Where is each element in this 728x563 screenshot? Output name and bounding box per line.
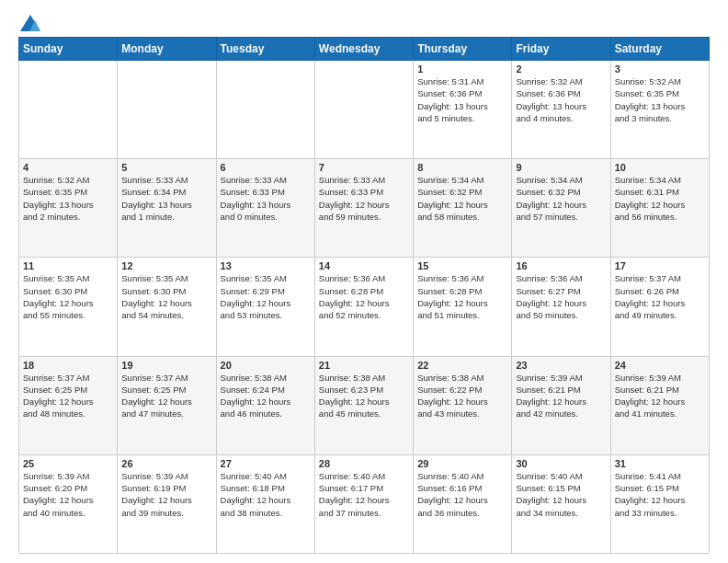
calendar-cell: 6Sunrise: 5:33 AM Sunset: 6:33 PM Daylig… [216,159,314,258]
calendar-cell: 28Sunrise: 5:40 AM Sunset: 6:17 PM Dayli… [314,454,413,553]
day-info: Sunrise: 5:37 AM Sunset: 6:26 PM Dayligh… [615,272,705,321]
calendar-week-5: 25Sunrise: 5:39 AM Sunset: 6:20 PM Dayli… [19,454,710,553]
calendar-cell: 8Sunrise: 5:34 AM Sunset: 6:32 PM Daylig… [414,159,512,258]
calendar-header-saturday: Saturday [610,38,709,61]
calendar-cell: 25Sunrise: 5:39 AM Sunset: 6:20 PM Dayli… [19,454,118,553]
day-number: 16 [516,260,606,271]
calendar-cell: 14Sunrise: 5:36 AM Sunset: 6:28 PM Dayli… [314,258,413,356]
calendar-week-2: 4Sunrise: 5:32 AM Sunset: 6:35 PM Daylig… [19,159,710,258]
calendar-body: 1Sunrise: 5:31 AM Sunset: 6:36 PM Daylig… [19,61,710,554]
day-info: Sunrise: 5:36 AM Sunset: 6:28 PM Dayligh… [319,272,409,321]
calendar-cell: 19Sunrise: 5:37 AM Sunset: 6:25 PM Dayli… [118,356,216,454]
calendar-cell: 18Sunrise: 5:37 AM Sunset: 6:25 PM Dayli… [19,356,118,454]
calendar-cell [118,61,216,159]
calendar-cell: 16Sunrise: 5:36 AM Sunset: 6:27 PM Dayli… [512,258,610,356]
calendar-header-monday: Monday [118,38,216,61]
day-info: Sunrise: 5:35 AM Sunset: 6:30 PM Dayligh… [121,272,211,321]
day-info: Sunrise: 5:40 AM Sunset: 6:16 PM Dayligh… [417,470,507,519]
day-info: Sunrise: 5:40 AM Sunset: 6:17 PM Dayligh… [319,470,409,519]
day-info: Sunrise: 5:36 AM Sunset: 6:27 PM Dayligh… [516,272,606,321]
calendar-header-tuesday: Tuesday [216,38,314,61]
day-number: 24 [615,360,705,371]
calendar-cell: 26Sunrise: 5:39 AM Sunset: 6:19 PM Dayli… [118,454,216,553]
calendar-header-friday: Friday [512,38,610,61]
calendar-cell: 20Sunrise: 5:38 AM Sunset: 6:24 PM Dayli… [216,356,314,454]
day-info: Sunrise: 5:39 AM Sunset: 6:19 PM Dayligh… [121,470,211,519]
day-info: Sunrise: 5:32 AM Sunset: 6:35 PM Dayligh… [23,174,113,223]
day-number: 9 [516,162,606,173]
day-number: 30 [516,458,606,469]
day-number: 5 [121,162,211,173]
calendar-cell: 21Sunrise: 5:38 AM Sunset: 6:23 PM Dayli… [314,356,413,454]
calendar-cell: 10Sunrise: 5:34 AM Sunset: 6:31 PM Dayli… [610,159,709,258]
day-number: 8 [417,162,507,173]
calendar-week-1: 1Sunrise: 5:31 AM Sunset: 6:36 PM Daylig… [19,61,710,159]
day-number: 21 [319,360,409,371]
logo [18,15,40,28]
day-info: Sunrise: 5:35 AM Sunset: 6:30 PM Dayligh… [23,272,113,321]
day-info: Sunrise: 5:38 AM Sunset: 6:22 PM Dayligh… [417,372,507,420]
calendar-cell: 22Sunrise: 5:38 AM Sunset: 6:22 PM Dayli… [414,356,512,454]
calendar-cell: 17Sunrise: 5:37 AM Sunset: 6:26 PM Dayli… [610,258,709,356]
calendar-cell: 2Sunrise: 5:32 AM Sunset: 6:36 PM Daylig… [512,61,610,159]
day-number: 7 [319,162,409,173]
day-number: 28 [319,458,409,469]
day-number: 25 [23,458,113,469]
calendar-cell: 30Sunrise: 5:40 AM Sunset: 6:15 PM Dayli… [512,454,610,553]
calendar-cell: 5Sunrise: 5:33 AM Sunset: 6:34 PM Daylig… [118,159,216,258]
day-info: Sunrise: 5:32 AM Sunset: 6:35 PM Dayligh… [615,75,705,124]
day-number: 20 [221,360,311,371]
calendar-week-4: 18Sunrise: 5:37 AM Sunset: 6:25 PM Dayli… [19,356,710,454]
day-number: 31 [615,458,705,469]
day-info: Sunrise: 5:39 AM Sunset: 6:21 PM Dayligh… [615,372,705,420]
day-number: 10 [615,162,705,173]
calendar-header-wednesday: Wednesday [314,38,413,61]
calendar-cell: 1Sunrise: 5:31 AM Sunset: 6:36 PM Daylig… [414,61,512,159]
page: SundayMondayTuesdayWednesdayThursdayFrid… [0,0,728,563]
calendar-cell: 15Sunrise: 5:36 AM Sunset: 6:28 PM Dayli… [414,258,512,356]
day-number: 14 [319,260,409,271]
calendar-header-sunday: Sunday [19,38,118,61]
day-number: 29 [417,458,507,469]
day-info: Sunrise: 5:36 AM Sunset: 6:28 PM Dayligh… [417,272,507,321]
day-number: 1 [417,63,507,75]
calendar-cell: 11Sunrise: 5:35 AM Sunset: 6:30 PM Dayli… [19,258,118,356]
day-info: Sunrise: 5:33 AM Sunset: 6:34 PM Dayligh… [121,174,211,223]
day-number: 3 [615,63,705,75]
day-number: 26 [121,458,211,469]
day-info: Sunrise: 5:38 AM Sunset: 6:24 PM Dayligh… [221,372,311,420]
day-info: Sunrise: 5:34 AM Sunset: 6:31 PM Dayligh… [615,174,705,223]
day-number: 19 [121,360,211,371]
day-info: Sunrise: 5:41 AM Sunset: 6:15 PM Dayligh… [615,470,705,519]
day-number: 6 [221,162,311,173]
day-number: 13 [221,260,311,271]
day-info: Sunrise: 5:35 AM Sunset: 6:29 PM Dayligh… [221,272,311,321]
calendar-cell: 23Sunrise: 5:39 AM Sunset: 6:21 PM Dayli… [512,356,610,454]
day-info: Sunrise: 5:37 AM Sunset: 6:25 PM Dayligh… [121,372,211,420]
day-info: Sunrise: 5:39 AM Sunset: 6:20 PM Dayligh… [23,470,113,519]
calendar-cell: 4Sunrise: 5:32 AM Sunset: 6:35 PM Daylig… [19,159,118,258]
day-number: 22 [417,360,507,371]
day-info: Sunrise: 5:31 AM Sunset: 6:36 PM Dayligh… [417,75,507,124]
day-number: 17 [615,260,705,271]
calendar-cell: 7Sunrise: 5:33 AM Sunset: 6:33 PM Daylig… [314,159,413,258]
logo-icon [20,15,40,31]
calendar-cell: 3Sunrise: 5:32 AM Sunset: 6:35 PM Daylig… [610,61,709,159]
day-info: Sunrise: 5:38 AM Sunset: 6:23 PM Dayligh… [319,372,409,420]
day-info: Sunrise: 5:37 AM Sunset: 6:25 PM Dayligh… [23,372,113,420]
calendar-cell [314,61,413,159]
day-number: 18 [23,360,113,371]
calendar: SundayMondayTuesdayWednesdayThursdayFrid… [18,37,710,554]
header [18,15,710,28]
day-info: Sunrise: 5:32 AM Sunset: 6:36 PM Dayligh… [516,75,606,124]
calendar-cell [19,61,118,159]
day-number: 27 [221,458,311,469]
calendar-cell: 9Sunrise: 5:34 AM Sunset: 6:32 PM Daylig… [512,159,610,258]
calendar-cell: 24Sunrise: 5:39 AM Sunset: 6:21 PM Dayli… [610,356,709,454]
calendar-cell: 31Sunrise: 5:41 AM Sunset: 6:15 PM Dayli… [610,454,709,553]
calendar-cell: 29Sunrise: 5:40 AM Sunset: 6:16 PM Dayli… [414,454,512,553]
day-info: Sunrise: 5:34 AM Sunset: 6:32 PM Dayligh… [516,174,606,223]
day-info: Sunrise: 5:40 AM Sunset: 6:18 PM Dayligh… [221,470,311,519]
calendar-cell: 12Sunrise: 5:35 AM Sunset: 6:30 PM Dayli… [118,258,216,356]
day-info: Sunrise: 5:33 AM Sunset: 6:33 PM Dayligh… [319,174,409,223]
